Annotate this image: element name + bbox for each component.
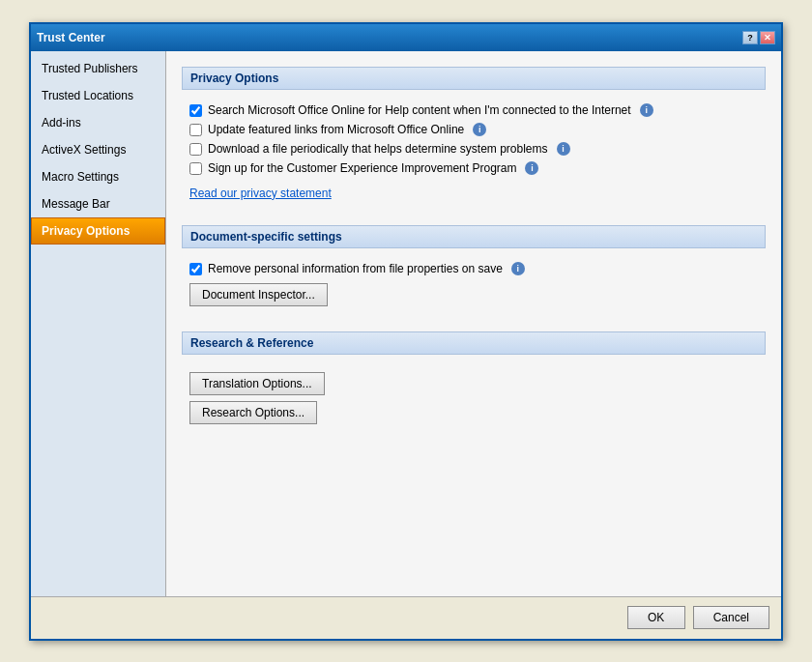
cancel-button[interactable]: Cancel <box>693 606 769 629</box>
checkbox-download-file[interactable] <box>189 143 202 156</box>
help-button[interactable]: ? <box>742 31 758 44</box>
checkbox-label-remove-personal: Remove personal information from file pr… <box>208 262 503 275</box>
checkbox-search-online[interactable] <box>189 104 202 117</box>
checkbox-label-update-featured: Update featured links from Microsoft Off… <box>208 123 464 136</box>
title-bar-buttons: ? ✕ <box>742 31 775 44</box>
info-icon-remove-personal[interactable]: i <box>511 262 525 275</box>
document-inspector-button[interactable]: Document Inspector... <box>189 283 328 306</box>
window-title: Trust Center <box>37 31 105 44</box>
checkbox-row-sign-up: Sign up for the Customer Experience Impr… <box>189 161 758 175</box>
sidebar-item-activex-settings[interactable]: ActiveX Settings <box>31 136 165 163</box>
privacy-statement-link[interactable]: Read our privacy statement <box>189 187 332 200</box>
privacy-section: Privacy Options Search Microsoft Office … <box>182 67 766 212</box>
sidebar-item-message-bar[interactable]: Message Bar <box>31 190 165 217</box>
checkbox-sign-up[interactable] <box>189 162 202 175</box>
sidebar-item-trusted-locations[interactable]: Trusted Locations <box>31 82 165 109</box>
title-bar: Trust Center ? ✕ <box>31 24 781 51</box>
document-section: Document-specific settings Remove person… <box>182 225 766 318</box>
privacy-checkboxes: Search Microsoft Office Online for Help … <box>182 100 766 212</box>
research-content: Translation Options...Research Options..… <box>182 364 766 436</box>
document-section-header: Document-specific settings <box>182 225 766 248</box>
checkbox-label-sign-up: Sign up for the Customer Experience Impr… <box>208 161 516 175</box>
sidebar-item-trusted-publishers[interactable]: Trusted Publishers <box>31 55 165 82</box>
ok-button[interactable]: OK <box>627 606 685 629</box>
document-content: Remove personal information from file pr… <box>182 258 766 318</box>
checkbox-label-download-file: Download a file periodically that helps … <box>208 142 548 156</box>
privacy-section-header: Privacy Options <box>182 67 766 90</box>
research-buttons: Translation Options...Research Options..… <box>189 372 758 424</box>
dialog-body: Trusted PublishersTrusted LocationsAdd-i… <box>31 51 781 596</box>
trust-center-dialog: Trust Center ? ✕ Trusted PublishersTrust… <box>29 22 783 641</box>
sidebar-item-add-ins[interactable]: Add-ins <box>31 109 165 136</box>
translation-options-button[interactable]: Translation Options... <box>189 372 325 395</box>
research-options-button[interactable]: Research Options... <box>189 401 317 424</box>
close-button[interactable]: ✕ <box>760 31 775 44</box>
info-icon-sign-up[interactable]: i <box>525 161 538 175</box>
checkbox-remove-personal[interactable] <box>189 263 202 275</box>
checkbox-row-download-file: Download a file periodically that helps … <box>189 142 758 156</box>
sidebar-item-privacy-options[interactable]: Privacy Options <box>31 217 165 245</box>
research-section-header: Research & Reference <box>182 331 766 355</box>
info-icon-download-file[interactable]: i <box>557 142 570 156</box>
dialog-footer: OK Cancel <box>31 596 781 639</box>
info-icon-search-online[interactable]: i <box>640 103 653 117</box>
info-icon-update-featured[interactable]: i <box>473 123 486 136</box>
checkbox-label-search-online: Search Microsoft Office Online for Help … <box>208 103 631 117</box>
sidebar: Trusted PublishersTrusted LocationsAdd-i… <box>31 51 166 596</box>
research-section: Research & Reference Translation Options… <box>182 331 766 436</box>
checkbox-update-featured[interactable] <box>189 124 202 136</box>
sidebar-item-macro-settings[interactable]: Macro Settings <box>31 163 165 190</box>
checkbox-row-search-online: Search Microsoft Office Online for Help … <box>189 103 758 117</box>
checkbox-row-remove-personal: Remove personal information from file pr… <box>189 262 758 275</box>
main-content: Privacy Options Search Microsoft Office … <box>166 51 781 596</box>
checkbox-row-update-featured: Update featured links from Microsoft Off… <box>189 123 758 136</box>
